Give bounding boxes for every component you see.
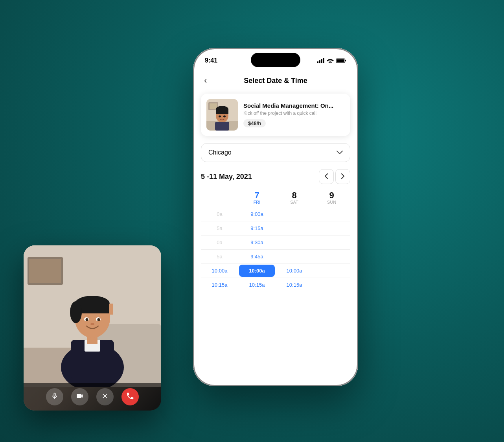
date-range: 5 -11 May, 2021 (201, 173, 252, 181)
svg-rect-30 (216, 109, 228, 114)
svg-rect-3 (29, 259, 61, 283)
time-cell-thu-1000[interactable]: 10:00a (201, 264, 238, 278)
microphone-icon (51, 392, 59, 402)
time-cell-sun-1015 (313, 278, 350, 292)
end-call-icon (126, 392, 134, 402)
prev-week-button[interactable] (319, 169, 334, 184)
time-cell-thu-945: 5a (201, 250, 238, 263)
svg-point-17 (86, 318, 88, 321)
table-row: 10:00a 10:00a 10:00a (201, 263, 350, 278)
svg-point-13 (70, 301, 82, 323)
service-card: Social Media Management: On... Kick off … (201, 94, 350, 136)
time-cell-thu-930: 0a (201, 236, 238, 249)
svg-point-19 (90, 323, 94, 325)
table-row: 0a 9:00a (201, 207, 350, 221)
time-cell-thu-915: 5a (201, 221, 238, 235)
time-cell-fri-945[interactable]: 9:45a (238, 250, 276, 263)
service-price: $48/h (243, 119, 266, 127)
status-time: 9:41 (205, 57, 217, 64)
nav-arrows (319, 169, 350, 184)
next-week-button[interactable] (335, 169, 350, 184)
svg-rect-31 (215, 122, 229, 131)
end-call-button[interactable] (121, 388, 139, 405)
service-image (206, 99, 238, 131)
location-dropdown[interactable]: Chicago (201, 143, 350, 162)
time-cell-sat-900 (276, 207, 313, 221)
service-title: Social Media Management: On... (243, 102, 345, 109)
svg-rect-22 (337, 59, 344, 62)
video-call-card (24, 245, 161, 411)
service-info: Social Media Management: On... Kick off … (243, 102, 345, 127)
table-row: 5a 9:15a (201, 221, 350, 235)
time-cell-thu-1015[interactable]: 10:15a (201, 278, 238, 292)
table-row: 0a 9:30a (201, 235, 350, 249)
video-controls (24, 383, 161, 411)
battery-icon (336, 58, 346, 63)
phone-mockup: 9:41 ‹ Select Date & T (193, 48, 358, 386)
time-cell-thu-900: 0a (201, 207, 238, 221)
time-cell-fri-930[interactable]: 9:30a (238, 236, 276, 249)
svg-point-32 (219, 116, 221, 118)
back-button[interactable]: ‹ (201, 74, 210, 87)
time-cell-sat-930 (276, 236, 313, 249)
service-thumbnail (206, 99, 238, 131)
slash-icon (101, 392, 109, 402)
date-nav-row: 5 -11 May, 2021 (201, 169, 350, 184)
svg-rect-26 (210, 103, 217, 109)
sun-header: 9 SUN (313, 190, 350, 206)
svg-point-33 (223, 116, 226, 118)
time-cell-fri-1000-selected[interactable]: 10:00a (239, 265, 275, 277)
calendar-header: 7 FRI 8 SAT 9 SUN (201, 190, 350, 206)
thu-header (201, 190, 238, 206)
svg-rect-14 (109, 304, 113, 315)
signal-bars-icon (317, 58, 324, 63)
sat-header: 8 SAT (276, 190, 313, 206)
svg-rect-21 (345, 60, 346, 62)
chevron-left-icon (325, 173, 328, 180)
calendar-grid: 7 FRI 8 SAT 9 SUN 0a 9:00a (201, 190, 350, 292)
time-cell-sat-1015[interactable]: 10:15a (276, 278, 313, 292)
service-subtitle: Kick off the project with a quick call. (243, 110, 345, 116)
page-header: ‹ Select Date & Time (201, 68, 350, 94)
wifi-icon (327, 58, 334, 63)
time-cell-sun-915 (313, 221, 350, 235)
fri-header: 7 FRI (238, 190, 276, 206)
chevron-right-icon (341, 173, 344, 180)
camera-button[interactable] (71, 388, 88, 405)
location-value: Chicago (208, 149, 232, 156)
time-cell-sun-945 (313, 250, 350, 263)
chevron-down-icon (337, 149, 343, 156)
dynamic-island (251, 53, 300, 67)
svg-point-18 (97, 318, 100, 321)
time-cell-sat-1000[interactable]: 10:00a (276, 264, 313, 278)
time-rows: 0a 9:00a 5a 9:15a 0a 9:30a (201, 207, 350, 292)
mute-button[interactable] (96, 388, 114, 405)
time-cell-fri-900[interactable]: 9:00a (238, 207, 276, 221)
time-cell-fri-915[interactable]: 9:15a (238, 221, 276, 235)
status-icons (317, 58, 346, 63)
time-cell-sun-1000 (313, 264, 350, 278)
time-cell-sat-945 (276, 250, 313, 263)
microphone-button[interactable] (46, 388, 63, 405)
time-cell-fri-1015[interactable]: 10:15a (238, 278, 276, 292)
camera-icon (76, 392, 84, 402)
time-cell-sat-915 (276, 221, 313, 235)
time-cell-sun-930 (313, 236, 350, 249)
table-row: 5a 9:45a (201, 249, 350, 263)
time-cell-sun-900 (313, 207, 350, 221)
video-person (24, 245, 161, 387)
page-title: Select Date & Time (244, 77, 307, 85)
table-row: 10:15a 10:15a 10:15a (201, 278, 350, 292)
phone-content: ‹ Select Date & Time (193, 68, 358, 386)
